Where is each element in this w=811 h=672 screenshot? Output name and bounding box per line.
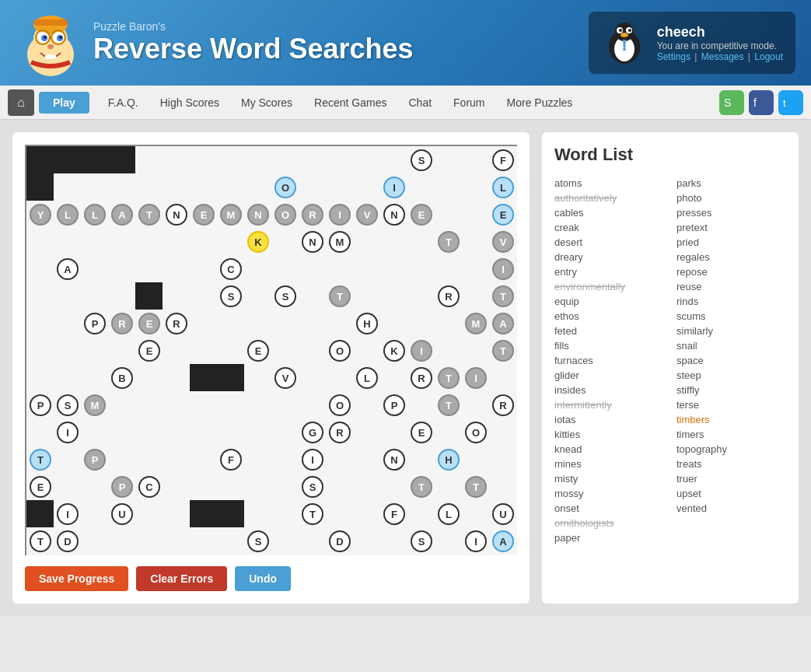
nav-forum[interactable]: Forum [442,86,495,120]
grid-cell[interactable] [163,146,191,174]
grid-cell[interactable]: A [489,527,517,555]
grid-cell[interactable] [81,228,109,256]
grid-cell[interactable]: S [299,473,327,501]
grid-cell[interactable]: I [326,201,354,229]
grid-cell[interactable]: O [271,173,299,201]
grid-cell[interactable] [407,500,435,528]
grid-cell[interactable] [407,282,435,310]
grid-cell[interactable] [108,527,136,555]
nav-more-puzzles[interactable]: More Puzzles [496,86,584,120]
grid-cell[interactable]: L [435,500,463,528]
grid-cell[interactable]: E [244,337,272,365]
grid-cell[interactable] [489,418,517,446]
grid-cell[interactable] [26,500,54,528]
grid-cell[interactable] [435,201,463,229]
grid-cell[interactable]: R [163,310,191,338]
grid-cell[interactable]: D [54,527,82,555]
grid-cell[interactable]: N [380,446,408,474]
grid-cell[interactable]: N [380,201,408,229]
grid-cell[interactable] [135,255,163,283]
grid-cell[interactable] [435,418,463,446]
grid-cell[interactable] [271,473,299,501]
grid-cell[interactable]: U [489,500,517,528]
grid-cell[interactable] [244,500,272,528]
grid-cell[interactable] [299,364,327,392]
grid-cell[interactable] [190,446,218,474]
grid-cell[interactable] [217,418,245,446]
grid-cell[interactable] [54,473,82,501]
grid-cell[interactable] [271,337,299,365]
grid-cell[interactable]: E [489,201,517,229]
nav-recent-games[interactable]: Recent Games [303,86,397,120]
grid-cell[interactable]: A [489,310,517,338]
grid-cell[interactable] [190,228,218,256]
grid-cell[interactable]: B [108,364,136,392]
grid-cell[interactable]: U [108,500,136,528]
grid-cell[interactable]: E [26,473,54,501]
grid-cell[interactable]: F [217,446,245,474]
grid-cell[interactable]: E [407,201,435,229]
grid-cell[interactable] [163,364,191,392]
grid-cell[interactable] [462,391,490,419]
grid-cell[interactable] [217,173,245,201]
grid-cell[interactable]: T [435,228,463,256]
grid-cell[interactable]: V [271,364,299,392]
grid-cell[interactable] [190,500,218,528]
grid-cell[interactable] [135,228,163,256]
grid-cell[interactable] [163,418,191,446]
grid-cell[interactable] [54,446,82,474]
grid-cell[interactable]: D [326,527,354,555]
grid-cell[interactable]: P [81,446,109,474]
grid-cell[interactable]: H [353,310,381,338]
grid-cell[interactable] [108,418,136,446]
grid-cell[interactable] [244,446,272,474]
grid-cell[interactable]: T [435,364,463,392]
grid-cell[interactable] [217,500,245,528]
grid-cell[interactable] [135,527,163,555]
grid-cell[interactable]: T [407,473,435,501]
stumbleupon-button[interactable]: S [719,90,744,115]
grid-cell[interactable]: L [81,201,109,229]
grid-cell[interactable] [271,418,299,446]
grid-cell[interactable] [271,228,299,256]
grid-cell[interactable] [108,173,136,201]
logout-link[interactable]: Logout [754,51,783,62]
grid-cell[interactable]: I [462,364,490,392]
grid-cell[interactable] [190,146,218,174]
grid-cell[interactable] [190,310,218,338]
grid-cell[interactable] [163,391,191,419]
grid-cell[interactable] [489,446,517,474]
nav-high-scores[interactable]: High Scores [149,86,230,120]
grid-cell[interactable] [163,228,191,256]
grid-cell[interactable]: S [244,527,272,555]
grid-cell[interactable] [163,337,191,365]
grid-cell[interactable]: O [326,337,354,365]
grid-cell[interactable]: I [489,255,517,283]
grid-cell[interactable]: V [489,228,517,256]
grid-cell[interactable]: O [271,201,299,229]
grid-cell[interactable] [271,146,299,174]
grid-cell[interactable] [135,173,163,201]
grid-cell[interactable] [163,173,191,201]
grid-cell[interactable] [380,146,408,174]
grid-cell[interactable]: N [163,201,191,229]
grid-cell[interactable]: P [81,310,109,338]
grid-cell[interactable] [26,418,54,446]
grid-cell[interactable]: S [54,391,82,419]
grid-cell[interactable] [54,337,82,365]
grid-cell[interactable] [135,446,163,474]
twitter-button[interactable]: t [778,90,803,115]
grid-cell[interactable]: T [326,282,354,310]
grid-cell[interactable]: E [135,337,163,365]
grid-cell[interactable] [108,282,136,310]
grid-cell[interactable] [244,310,272,338]
grid-cell[interactable]: I [299,446,327,474]
grid-cell[interactable]: R [435,282,463,310]
grid-cell[interactable] [108,146,136,174]
grid-cell[interactable] [380,364,408,392]
grid-cell[interactable] [26,146,54,174]
grid-cell[interactable] [380,418,408,446]
grid-cell[interactable] [54,173,82,201]
play-button[interactable]: Play [39,92,89,114]
grid-cell[interactable]: S [271,282,299,310]
